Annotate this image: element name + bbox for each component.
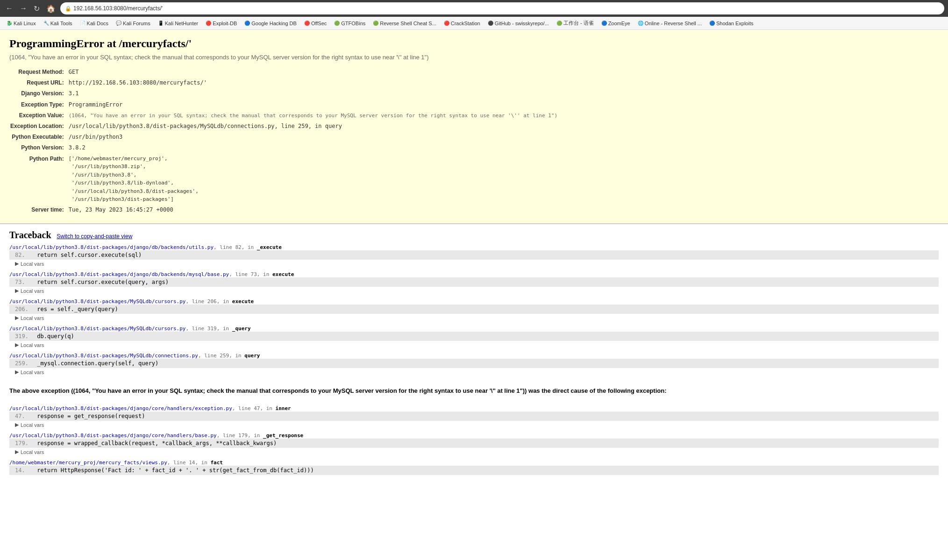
final-frame-3-code: 14. return HttpResponse('Fact id: ' + fa…: [9, 466, 939, 475]
forward-button[interactable]: →: [18, 3, 29, 14]
bookmark-worktable-label: 工作台 - 语雀: [563, 20, 594, 27]
frame-3-func: execute: [232, 298, 254, 305]
bookmark-google-hacking[interactable]: 🔵 Google Hacking DB: [242, 20, 299, 27]
final-frame-1-local-vars-toggle[interactable]: ▶ Local vars: [9, 421, 939, 429]
frame-1-local-vars-toggle[interactable]: ▶ Local vars: [9, 260, 939, 268]
exception-location-label: Exception Location:: [10, 121, 68, 131]
frame-4-line: 319: [207, 326, 217, 332]
final-frame-2-line: 179: [238, 432, 248, 439]
bookmark-kali-docs[interactable]: 📄 Kali Docs: [77, 20, 111, 27]
django-version-label: Django Version:: [10, 89, 68, 99]
python-version-value: 3.8.2: [69, 143, 559, 153]
final-frame-2: /usr/local/lib/python3.8/dist-packages/d…: [9, 431, 939, 456]
shodan-exploits-favicon: 🔵: [709, 21, 715, 26]
back-button[interactable]: ←: [4, 3, 15, 14]
exception-type-label: Exception Type:: [10, 100, 68, 110]
bookmark-zoomeye-label: ZoomEye: [608, 21, 630, 26]
frame-2-func: execute: [272, 271, 294, 277]
frame-5-line: 259: [220, 353, 229, 359]
error-message: (1064, "You have an error in your SQL sy…: [9, 54, 939, 61]
kali-nethunter-favicon: 📱: [158, 21, 164, 26]
bookmark-gtfobins[interactable]: 🟢 GTFOBins: [331, 20, 368, 27]
bookmark-kali-nethunter-label: Kali NetHunter: [165, 21, 199, 26]
final-frame-3-func: fact: [211, 460, 223, 466]
bookmark-worktable[interactable]: 🟢 工作台 - 语雀: [554, 19, 597, 28]
final-frame-3-file: /home/webmaster/mercury_proj/mercury_fac…: [9, 460, 167, 466]
security-icon: 🔒: [65, 6, 71, 12]
traceback-frame-5: /usr/local/lib/python3.8/dist-packages/M…: [9, 351, 939, 376]
frame-2-line: 73: [251, 271, 257, 277]
frame-4-func: _query: [232, 326, 251, 332]
error-header: ProgrammingError at /mercuryfacts/' (106…: [0, 30, 948, 224]
traceback-title: Traceback: [9, 230, 51, 240]
server-time-label: Server time:: [10, 205, 68, 215]
bookmark-kali-tools[interactable]: 🔧 Kali Tools: [41, 20, 75, 27]
exception-type-value: ProgrammingError: [69, 100, 559, 110]
error-table: Request Method: GET Request URL: http://…: [9, 66, 560, 216]
bookmark-online-reverse-shell[interactable]: 🌐 Online - Reverse Shell ...: [635, 20, 705, 27]
frame-3-local-vars-toggle[interactable]: ▶ Local vars: [9, 314, 939, 322]
server-time-row: Server time: Tue, 23 May 2023 16:45:27 +…: [10, 205, 559, 215]
exception-value-value: (1064, "You have an error in your SQL sy…: [69, 111, 559, 121]
home-button[interactable]: 🏠: [44, 3, 57, 14]
django-version-value: 3.1: [69, 89, 559, 99]
bookmark-offsec[interactable]: 🔴 OffSec: [301, 20, 329, 27]
kali-docs-favicon: 📄: [80, 21, 86, 26]
final-frame-1-code: 47. response = get_response(request): [9, 411, 939, 421]
traceback-frame-1: /usr/local/lib/python3.8/dist-packages/d…: [9, 242, 939, 268]
django-version-row: Django Version: 3.1: [10, 89, 559, 99]
bookmark-github-swisskyrepo[interactable]: ⚫ GitHub - swisskyrepo/...: [485, 20, 552, 27]
bookmark-kali-docs-label: Kali Docs: [87, 21, 108, 26]
bookmark-reverse-shell-cheat[interactable]: 🟢 Reverse Shell Cheat S...: [370, 20, 439, 27]
address-input[interactable]: [73, 5, 940, 12]
online-reverse-shell-favicon: 🌐: [638, 21, 643, 26]
python-executable-label: Python Executable:: [10, 132, 68, 142]
frame-4-local-vars-toggle[interactable]: ▶ Local vars: [9, 341, 939, 349]
bookmark-exploit-db-label: Exploit-DB: [213, 21, 237, 26]
bookmark-crackstation[interactable]: 🔴 CrackStation: [441, 20, 483, 27]
switch-to-copy-paste-link[interactable]: Switch to copy-and-paste view: [57, 233, 132, 240]
final-frame-1-location: /usr/local/lib/python3.8/dist-packages/d…: [9, 404, 939, 411]
frame-3-location: /usr/local/lib/python3.8/dist-packages/M…: [9, 297, 939, 305]
traceback-frame-4: /usr/local/lib/python3.8/dist-packages/M…: [9, 324, 939, 349]
offsec-favicon: 🔴: [304, 21, 310, 26]
address-bar-container: 🔒: [60, 2, 944, 14]
bookmarks-bar: 🐉 Kali Linux 🔧 Kali Tools 📄 Kali Docs 💬 …: [0, 17, 948, 30]
final-frame-2-local-vars-toggle[interactable]: ▶ Local vars: [9, 448, 939, 456]
python-path-label: Python Path:: [10, 154, 68, 205]
reload-button[interactable]: ↻: [32, 3, 42, 14]
final-frame-2-file: /usr/local/lib/python3.8/dist-packages/d…: [9, 432, 217, 439]
frame-2-local-vars-toggle[interactable]: ▶ Local vars: [9, 287, 939, 295]
github-swisskyrepo-favicon: ⚫: [488, 21, 493, 26]
above-exception: The above exception ((1064, "You have an…: [0, 382, 948, 396]
gtfobins-favicon: 🟢: [334, 21, 340, 26]
frame-5-local-vars-toggle[interactable]: ▶ Local vars: [9, 368, 939, 376]
frame-2-code: 73. return self.cursor.execute(query, ar…: [9, 277, 939, 287]
frame-4-code: 319. db.query(q): [9, 332, 939, 341]
bookmark-offsec-label: OffSec: [311, 21, 327, 26]
kali-tools-favicon: 🔧: [43, 21, 49, 26]
bookmark-kali-linux[interactable]: 🐉 Kali Linux: [4, 20, 39, 27]
bookmark-crackstation-label: CrackStation: [451, 21, 480, 26]
python-version-label: Python Version:: [10, 143, 68, 153]
final-frame-1-func: inner: [276, 405, 291, 411]
final-frame-3-line: 14: [189, 460, 195, 466]
bookmark-reverse-shell-cheat-label: Reverse Shell Cheat S...: [380, 21, 436, 26]
frame-1-func: _execute: [257, 244, 282, 250]
bookmark-exploit-db[interactable]: 🔴 Exploit-DB: [203, 20, 240, 27]
bookmark-zoomeye[interactable]: 🔵 ZoomEye: [599, 20, 633, 27]
crackstation-favicon: 🔴: [444, 21, 449, 26]
bookmark-gtfobins-label: GTFOBins: [341, 21, 365, 26]
final-frame-2-location: /usr/local/lib/python3.8/dist-packages/d…: [9, 431, 939, 439]
final-frame-3-location: /home/webmaster/mercury_proj/mercury_fac…: [9, 458, 939, 466]
frame-4-file: /usr/local/lib/python3.8/dist-packages/M…: [9, 326, 186, 332]
zoomeye-favicon: 🔵: [601, 21, 607, 26]
bookmark-shodan-exploits[interactable]: 🔵 Shodan Exploits: [706, 20, 756, 27]
kali-linux-favicon: 🐉: [7, 21, 12, 26]
nav-bar: ← → ↻ 🏠 🔒: [0, 0, 948, 17]
request-method-row: Request Method: GET: [10, 67, 559, 77]
bookmark-online-reverse-shell-label: Online - Reverse Shell ...: [645, 21, 702, 26]
bookmark-kali-nethunter[interactable]: 📱 Kali NetHunter: [155, 20, 201, 27]
bookmark-kali-forums[interactable]: 💬 Kali Forums: [113, 20, 153, 27]
frame-2-file: /usr/local/lib/python3.8/dist-packages/d…: [9, 271, 229, 277]
